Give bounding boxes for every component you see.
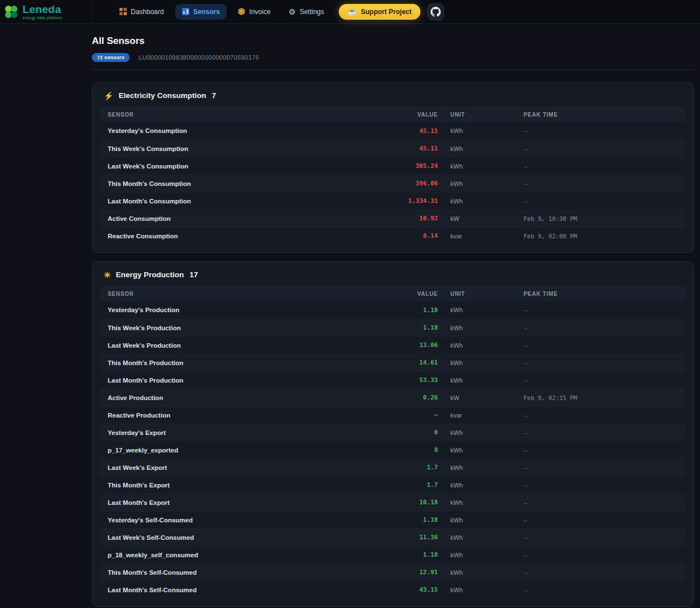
table-row: Yesterday's Production1.18kWh– [100,301,685,319]
sensor-name: Last Month's Consumption [100,192,370,210]
sensor-peak-time: – [524,511,685,529]
table-row: Active Production0.26kWFeb 9, 02:15 PM [100,389,685,406]
brand-tagline: energy data platform [23,16,62,20]
card-count: 17 [189,270,198,279]
sensor-name: Active Production [100,389,370,406]
github-button[interactable] [427,3,444,20]
sensor-name: This Month's Consumption [100,175,370,192]
card-title-text: Energy Production [116,270,184,279]
sensor-unit: kWh [438,563,524,581]
electricity-consumption-card: ⚡ Electricity Consumption 7 SENSOR VALUE… [92,82,694,253]
sensor-unit: kvar [438,227,524,245]
sensor-name: This Month's Self-Consumed [100,563,370,581]
sensor-unit: kWh [438,122,524,140]
nav-item-sensors[interactable]: Sensors [175,4,227,20]
table-row: Last Month's Export10.18kWh– [100,494,685,511]
column-header-unit: UNIT [438,286,524,301]
sensor-peak-time: – [524,336,685,354]
sensor-value: 43.15 [370,581,438,598]
sensor-peak-time: – [524,424,685,441]
sensor-name: Yesterday's Export [100,424,370,441]
nav-item-label: Sensors [193,8,220,16]
sensor-unit: kWh [438,319,524,336]
sensor-value: 45.11 [370,122,438,140]
sensor-unit: kWh [438,494,524,511]
sensors-icon [182,8,189,15]
table-header-row: SENSOR VALUE UNIT PEAK TIME [100,286,685,301]
sensor-peak-time: – [524,301,685,319]
sensor-value: 12.91 [370,563,438,581]
sensor-unit: kWh [438,336,524,354]
table-row: Last Month's Self-Consumed43.15kWh– [100,581,685,598]
sensor-peak-time: – [524,494,685,511]
top-nav: Leneda energy data platform Dashboard [0,0,700,24]
sensors-table: SENSOR VALUE UNIT PEAK TIME Yesterday's … [100,286,685,598]
sensor-peak-time: Feb 9, 02:00 PM [524,227,685,245]
column-header-peak-time: PEAK TIME [524,106,685,122]
support-project-button[interactable]: ☕ Support Project [339,4,420,20]
sensor-peak-time: – [524,354,685,371]
sensor-peak-time: – [524,371,685,389]
card-title: ☀ Energy Production 17 [100,269,685,286]
sensor-name: Last Week's Consumption [100,157,370,175]
nav-item-invoice[interactable]: Invoice [231,4,277,20]
divider [92,69,694,70]
sensor-unit: kWh [438,157,524,175]
column-header-sensor: SENSOR [100,106,370,122]
nav-item-label: Settings [300,8,324,16]
meter-id: LU0000010983800000000000070590176 [139,54,259,61]
sensor-name: This Week's Consumption [100,140,370,157]
sensor-name: p_18_weekly_self_consumed [100,546,370,563]
gear-icon: ⚙ [289,8,296,16]
sensor-unit: kWh [438,546,524,563]
sensor-unit: kWh [438,441,524,459]
table-row: This Month's Self-Consumed12.91kWh– [100,563,685,581]
leneda-clover-icon [3,4,19,20]
sensor-name: Reactive Consumption [100,227,370,245]
sensor-name: Last Week's Self-Consumed [100,529,370,546]
nav-item-settings[interactable]: ⚙ Settings [282,4,331,20]
sensor-value: 1.7 [370,476,438,494]
sensor-unit: kWh [438,476,524,494]
sensor-name: Last Month's Self-Consumed [100,581,370,598]
sensor-name: This Month's Production [100,354,370,371]
sensor-name: This Month's Export [100,476,370,494]
sensor-value: – [370,406,438,424]
sensor-name: Active Consumption [100,210,370,227]
table-row: This Week's Consumption45.11kWh– [100,140,685,157]
sensor-unit: kW [438,389,524,406]
sensor-value: 45.11 [370,140,438,157]
brand-logo[interactable]: Leneda energy data platform [3,0,92,24]
table-row: p_18_weekly_self_consumed1.18kWh– [100,546,685,563]
table-row: This Week's Production1.18kWh– [100,319,685,336]
sensor-unit: kWh [438,140,524,157]
column-header-value: VALUE [370,286,438,301]
sensor-name: Last Month's Production [100,371,370,389]
sensor-value: 0.26 [370,389,438,406]
sensor-peak-time: – [524,563,685,581]
sensor-value: 11.36 [370,529,438,546]
sensor-peak-time: – [524,476,685,494]
column-header-value: VALUE [370,106,438,122]
table-row: p_17_weekly_exported0kWh– [100,441,685,459]
sensor-name: Yesterday's Consumption [100,122,370,140]
sensor-peak-time: – [524,406,685,424]
sensor-peak-time: – [524,319,685,336]
table-header-row: SENSOR VALUE UNIT PEAK TIME [100,106,685,122]
sensor-value: 1.18 [370,511,438,529]
sensor-peak-time: – [524,122,685,140]
sun-icon: ☀ [104,271,111,279]
column-header-peak-time: PEAK TIME [524,286,685,301]
sensor-value: 396.06 [370,175,438,192]
sensor-unit: kWh [438,192,524,210]
nav-item-dashboard[interactable]: Dashboard [113,4,171,20]
sensor-peak-time: – [524,140,685,157]
column-header-unit: UNIT [438,106,524,122]
sensor-peak-time: – [524,192,685,210]
sensor-value: 1.18 [370,301,438,319]
sensor-peak-time: – [524,175,685,192]
page-title: All Sensors [92,35,694,47]
sensor-value: 1.7 [370,459,438,476]
sensor-name: Last Month's Export [100,494,370,511]
sensors-table: SENSOR VALUE UNIT PEAK TIME Yesterday's … [100,106,685,245]
